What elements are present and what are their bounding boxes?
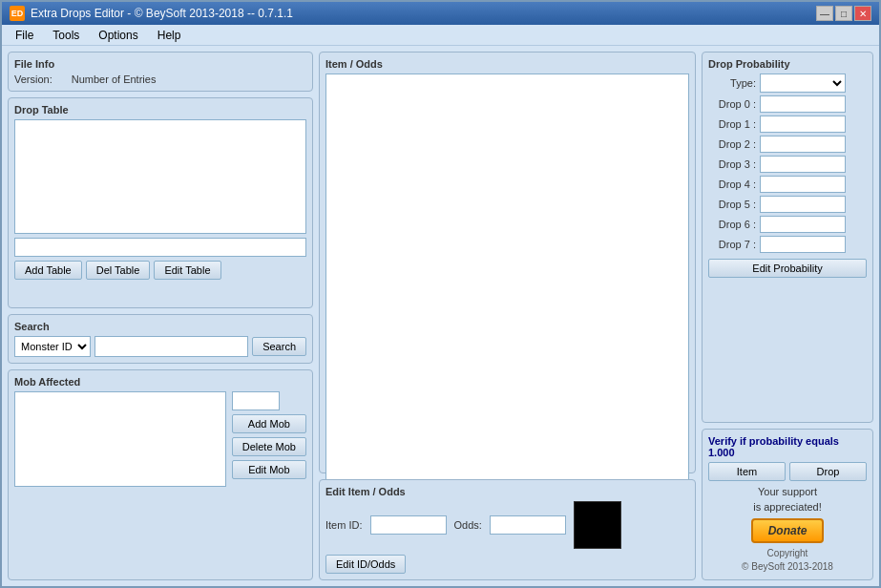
drop4-input[interactable] <box>760 176 846 193</box>
item-id-label: Item ID: <box>325 519 363 531</box>
drop7-label: Drop 7 : <box>708 239 756 250</box>
close-button[interactable]: ✕ <box>854 6 871 21</box>
edit-id-odds-button[interactable]: Edit ID/Odds <box>325 555 406 574</box>
edit-item-row: Item ID: Odds: <box>325 501 689 549</box>
verify-title: Verify if probability equals 1.000 <box>708 435 867 458</box>
right-column: Drop Probability Type: Drop 0 : Drop 1 :… <box>702 52 873 580</box>
app-icon: ED <box>10 6 25 21</box>
color-preview-box <box>574 501 621 549</box>
drop2-input[interactable] <box>760 136 846 153</box>
drop3-row: Drop 3 : <box>708 156 867 173</box>
menu-help[interactable]: Help <box>148 27 191 44</box>
drop-probability-panel: Drop Probability Type: Drop 0 : Drop 1 :… <box>702 52 873 423</box>
menu-file[interactable]: File <box>6 27 43 44</box>
edit-id-odds-row: Edit ID/Odds <box>325 555 689 574</box>
edit-prob-row: Edit Probability <box>708 259 867 278</box>
mob-content: Add Mob Delete Mob Edit Mob <box>14 391 306 487</box>
title-bar: ED Extra Drops Editor - © BeySoft 2013-2… <box>2 2 879 25</box>
type-label: Type: <box>708 77 756 89</box>
drop-table-panel: Drop Table Add Table Del Table Edit Tabl… <box>8 97 313 308</box>
odds-input[interactable] <box>490 515 566 535</box>
entries-label: Number of Entries <box>72 74 157 85</box>
edit-table-button[interactable]: Edit Table <box>154 261 220 280</box>
drop-table-title: Drop Table <box>14 104 306 116</box>
drop3-label: Drop 3 : <box>708 158 756 170</box>
search-panel: Search Monster ID Search <box>8 314 313 364</box>
mob-listbox[interactable] <box>14 391 226 487</box>
maximize-button[interactable]: □ <box>835 6 852 21</box>
add-mob-button[interactable]: Add Mob <box>232 414 306 433</box>
drop6-input[interactable] <box>760 216 846 233</box>
item-id-input[interactable] <box>370 515 447 535</box>
verify-drop-button[interactable]: Drop <box>789 462 867 481</box>
edit-probability-button[interactable]: Edit Probability <box>708 259 867 278</box>
type-select[interactable] <box>760 74 846 93</box>
verify-panel: Verify if probability equals 1.000 Item … <box>702 429 873 580</box>
drop-table-input[interactable] <box>14 238 306 257</box>
edit-item-panel: Edit Item / Odds Item ID: Odds: Edit ID/… <box>319 479 696 580</box>
title-controls: — □ ✕ <box>816 6 871 21</box>
mob-affected-title: Mob Affected <box>14 376 306 388</box>
drop2-row: Drop 2 : <box>708 136 867 153</box>
search-title: Search <box>14 321 306 332</box>
drop-table-listbox[interactable] <box>14 119 306 234</box>
support-text: Your supportis appreciated! <box>708 485 867 514</box>
drop5-row: Drop 5 : <box>708 196 867 213</box>
drop7-input[interactable] <box>760 236 846 253</box>
minimize-button[interactable]: — <box>816 6 833 21</box>
version-label: Version: <box>14 74 52 85</box>
item-odds-panel: Item / Odds <box>319 52 696 473</box>
drop2-label: Drop 2 : <box>708 138 756 150</box>
middle-column: Item / Odds Edit Item / Odds Item ID: Od… <box>319 52 696 580</box>
drop1-label: Drop 1 : <box>708 118 756 130</box>
file-info-panel: File Info Version: Number of Entries <box>8 52 313 92</box>
mob-right: Add Mob Delete Mob Edit Mob <box>232 391 306 487</box>
type-row: Type: <box>708 74 867 93</box>
drop4-label: Drop 4 : <box>708 178 756 190</box>
donate-button[interactable]: Donate <box>751 518 825 543</box>
odds-label: Odds: <box>454 519 482 531</box>
file-info-title: File Info <box>14 58 306 70</box>
del-table-button[interactable]: Del Table <box>86 261 151 280</box>
drop6-row: Drop 6 : <box>708 216 867 233</box>
drop0-input[interactable] <box>760 95 846 113</box>
menu-tools[interactable]: Tools <box>43 27 89 44</box>
drop6-label: Drop 6 : <box>708 219 756 230</box>
drop-probability-title: Drop Probability <box>708 58 867 70</box>
drop5-label: Drop 5 : <box>708 199 756 210</box>
menu-options[interactable]: Options <box>89 27 147 44</box>
donate-section: Your supportis appreciated! Donate Copyr… <box>708 485 867 574</box>
drop0-label: Drop 0 : <box>708 98 756 110</box>
main-window: ED Extra Drops Editor - © BeySoft 2013-2… <box>0 0 881 588</box>
drop-table-btn-row: Add Table Del Table Edit Table <box>14 261 306 280</box>
verify-item-button[interactable]: Item <box>708 462 786 481</box>
file-info-row: Version: Number of Entries <box>14 74 306 85</box>
drop4-row: Drop 4 : <box>708 176 867 193</box>
drop7-row: Drop 7 : <box>708 236 867 253</box>
delete-mob-button[interactable]: Delete Mob <box>232 437 306 456</box>
mob-affected-panel: Mob Affected Add Mob Delete Mob Edit Mob <box>8 369 313 580</box>
drop0-row: Drop 0 : <box>708 95 867 113</box>
copyright-text: Copyright© BeySoft 2013-2018 <box>708 547 867 574</box>
search-type-select[interactable]: Monster ID <box>14 336 91 357</box>
item-odds-listbox[interactable] <box>325 74 689 482</box>
search-row: Monster ID Search <box>14 336 306 357</box>
menubar: File Tools Options Help <box>2 25 879 46</box>
verify-btn-row: Item Drop <box>708 462 867 481</box>
window-title: Extra Drops Editor - © BeySoft 2013-2018… <box>31 7 293 20</box>
drop5-input[interactable] <box>760 196 846 213</box>
drop1-row: Drop 1 : <box>708 116 867 133</box>
mob-id-input[interactable] <box>232 391 280 410</box>
main-content: File Info Version: Number of Entries Dro… <box>2 46 879 586</box>
drop1-input[interactable] <box>760 116 846 133</box>
edit-mob-button[interactable]: Edit Mob <box>232 460 306 479</box>
item-odds-title: Item / Odds <box>325 58 689 70</box>
title-bar-left: ED Extra Drops Editor - © BeySoft 2013-2… <box>10 6 293 21</box>
search-input[interactable] <box>94 336 248 357</box>
add-table-button[interactable]: Add Table <box>14 261 82 280</box>
search-button[interactable]: Search <box>252 337 306 356</box>
left-column: File Info Version: Number of Entries Dro… <box>8 52 313 580</box>
edit-item-title: Edit Item / Odds <box>325 486 689 497</box>
drop3-input[interactable] <box>760 156 846 173</box>
